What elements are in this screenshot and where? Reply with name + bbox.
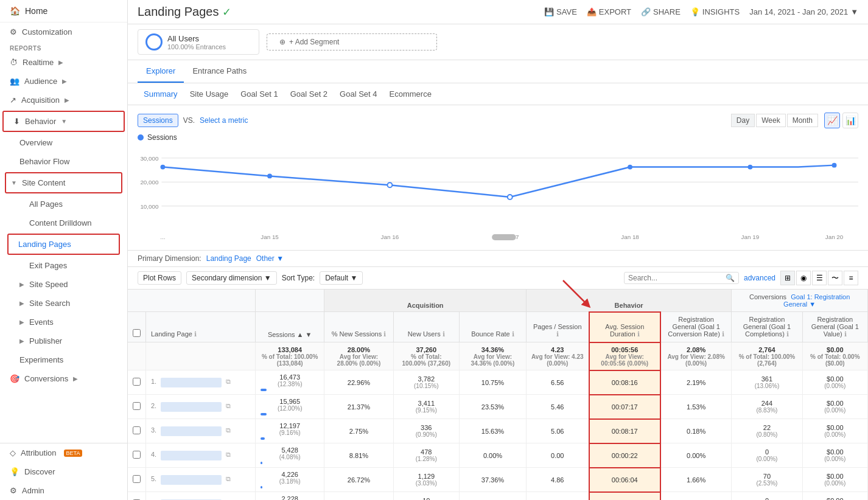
customization-nav[interactable]: ⚙ Customization (0, 23, 127, 41)
row-checkbox[interactable] (133, 475, 141, 483)
sidebar-item-behavior-flow[interactable]: Behavior Flow (0, 152, 127, 171)
subtab-goal-set-2[interactable]: Goal Set 2 (284, 87, 334, 101)
subtab-ecommerce[interactable]: Ecommerce (383, 87, 438, 101)
goal-dropdown[interactable]: Goal 1: Registration General ▼ (783, 293, 850, 308)
date-range-picker[interactable]: Jan 14, 2021 - Jan 20, 2021 ▼ (749, 7, 858, 16)
th-new-users[interactable]: New Users ℹ (393, 312, 459, 342)
pages-session-cell: 4.33 (526, 492, 589, 501)
share-button[interactable]: 🔗 SHARE (641, 7, 681, 16)
row-checkbox[interactable] (133, 378, 141, 386)
landing-page-dimension[interactable]: Landing Page (206, 254, 251, 263)
plot-rows-button[interactable]: Plot Rows (138, 271, 181, 285)
pie-view-button[interactable]: ◉ (796, 271, 811, 285)
metric-selector[interactable]: Sessions (138, 114, 178, 127)
total-avg-duration: 00:05:56 Avg for View: 00:05:56 (0.00%) (589, 342, 660, 370)
sidebar-item-site-search[interactable]: ▶ Site Search (0, 294, 127, 313)
search-input[interactable] (628, 274, 726, 282)
sidebar-item-site-content[interactable]: ▼ Site Content (5, 172, 122, 193)
bounce-cell: 13.73% (460, 492, 527, 501)
select-metric-link[interactable]: Select a metric (200, 116, 248, 125)
sidebar-item-events[interactable]: ▶ Events (0, 313, 127, 332)
avg-duration-cell: 00:07:17 (589, 492, 660, 501)
time-btn-month[interactable]: Month (787, 114, 818, 127)
sidebar-item-content-drilldown[interactable]: Content Drilldown (0, 214, 127, 232)
people-icon: 👥 (10, 77, 19, 86)
sidebar-item-conversions[interactable]: 🎯 Conversions ▶ (0, 369, 127, 388)
table-row: 5. ⧉ 4,226 (3.18%) 26.72% 1,129 (3.03%) … (128, 468, 868, 492)
th-checkbox (128, 312, 146, 342)
tab-explorer[interactable]: Explorer (138, 60, 184, 83)
export-button[interactable]: 📤 EXPORT (587, 7, 631, 16)
time-btn-week[interactable]: Week (756, 114, 785, 127)
list-view-button[interactable]: ☰ (812, 271, 827, 285)
th-pct-new-sessions[interactable]: % New Sessions ℹ (324, 312, 393, 342)
row-checkbox[interactable] (133, 451, 141, 459)
sidebar-item-landing-pages[interactable]: Landing Pages (7, 234, 120, 255)
th-reg-value[interactable]: Registration General (Goal 1 Value) ℹ (802, 312, 867, 342)
select-all-checkbox[interactable] (133, 329, 141, 337)
more-view-button[interactable]: ≡ (844, 271, 858, 285)
sparkline-view-button[interactable]: 〜 (828, 271, 842, 285)
sidebar-item-admin[interactable]: ⚙ Admin (0, 481, 127, 500)
svg-text:Jan 19: Jan 19 (741, 234, 760, 240)
other-dimension-dropdown[interactable]: Other ▼ (256, 254, 284, 263)
subtab-goal-set-4[interactable]: Goal Set 4 (334, 87, 383, 101)
chevron-right-icon: ▶ (19, 338, 24, 344)
sidebar-item-overview[interactable]: Overview (0, 133, 127, 152)
behavior-icon: ⬇ (13, 117, 20, 126)
secondary-dimension-button[interactable]: Secondary dimension ▼ (186, 271, 277, 285)
segment-pill[interactable]: All Users 100.00% Entrances (138, 29, 259, 55)
row-checkbox[interactable] (133, 426, 141, 434)
subtab-summary[interactable]: Summary (138, 87, 184, 101)
sidebar-item-publisher[interactable]: ▶ Publisher (0, 332, 127, 350)
svg-point-17 (508, 195, 513, 200)
home-nav[interactable]: 🏠 Home (0, 0, 127, 23)
sidebar-item-audience[interactable]: 👥 Audience ▶ (0, 72, 127, 91)
clock-icon: ⏱ (10, 58, 18, 67)
value-cell: $0.00 (0.00%) (802, 419, 867, 443)
bounce-cell: 15.63% (460, 419, 527, 443)
sidebar-item-exit-pages[interactable]: Exit Pages (0, 256, 127, 275)
subtab-site-usage[interactable]: Site Usage (184, 87, 235, 101)
expand-arrow-icon: ▶ (65, 97, 69, 103)
table-controls: Plot Rows Secondary dimension ▼ Sort Typ… (128, 267, 868, 290)
line-chart-button[interactable]: 📈 (824, 113, 840, 128)
sort-default-button[interactable]: Default ▼ (320, 271, 363, 285)
pct-new-cell: 26.72% (324, 468, 393, 492)
grid-view-button[interactable]: ⊞ (780, 271, 795, 285)
page-cell: 6. ⧉ (146, 492, 256, 501)
th-reg-conv-rate[interactable]: Registration General (Goal 1 Conversion … (660, 312, 732, 342)
th-reg-completions[interactable]: Registration General (Goal 1 Completions… (732, 312, 802, 342)
th-pages-per-session[interactable]: Pages / Session ℹ (526, 312, 589, 342)
info-icon: ℹ (512, 330, 514, 338)
time-btn-day[interactable]: Day (731, 114, 755, 127)
sidebar-item-discover[interactable]: 💡 Discover (0, 462, 127, 481)
th-avg-session-duration[interactable]: Avg. Session Duration ℹ (589, 312, 660, 342)
sidebar-item-attribution[interactable]: ◇ Attribution BETA (0, 443, 127, 462)
subtab-goal-set-1[interactable]: Goal Set 1 (234, 87, 284, 101)
chart-type-buttons: 📈 📊 (824, 113, 858, 128)
insights-button[interactable]: 💡 INSIGHTS (690, 7, 740, 16)
th-bounce-rate[interactable]: Bounce Rate ℹ (460, 312, 527, 342)
save-button[interactable]: 💾 SAVE (544, 7, 577, 16)
target-icon: 🎯 (10, 374, 19, 383)
advanced-link[interactable]: advanced (744, 274, 775, 282)
sidebar-item-realtime[interactable]: ⏱ Realtime ▶ (0, 53, 127, 72)
th-sessions[interactable]: Sessions ▲ ▼ (256, 312, 324, 342)
tab-entrance-paths[interactable]: Entrance Paths (184, 60, 255, 83)
search-box[interactable]: 🔍 (624, 272, 739, 284)
bar-chart-button[interactable]: 📊 (842, 113, 858, 128)
sessions-legend-label: Sessions (147, 133, 177, 142)
sidebar-item-site-speed[interactable]: ▶ Site Speed (0, 275, 127, 294)
sessions-cell: 2,228 (1.67%) (256, 492, 324, 501)
sidebar-item-acquisition[interactable]: ↗ Acquisition ▶ (0, 91, 127, 109)
sidebar-item-behavior[interactable]: ⬇ Behavior ▼ (2, 111, 125, 132)
info-icon: ℹ (194, 330, 197, 338)
pages-session-cell: 5.06 (526, 419, 589, 443)
page-cell: 1. ⧉ (146, 370, 256, 395)
sidebar-item-all-pages[interactable]: All Pages (0, 195, 127, 214)
sidebar-item-experiments[interactable]: Experiments (0, 350, 127, 369)
add-segment-button[interactable]: ⊕ + Add Segment (267, 33, 437, 50)
data-table: Acquisition Behavior Conversions Goal 1:… (128, 290, 868, 500)
row-checkbox[interactable] (133, 402, 141, 410)
